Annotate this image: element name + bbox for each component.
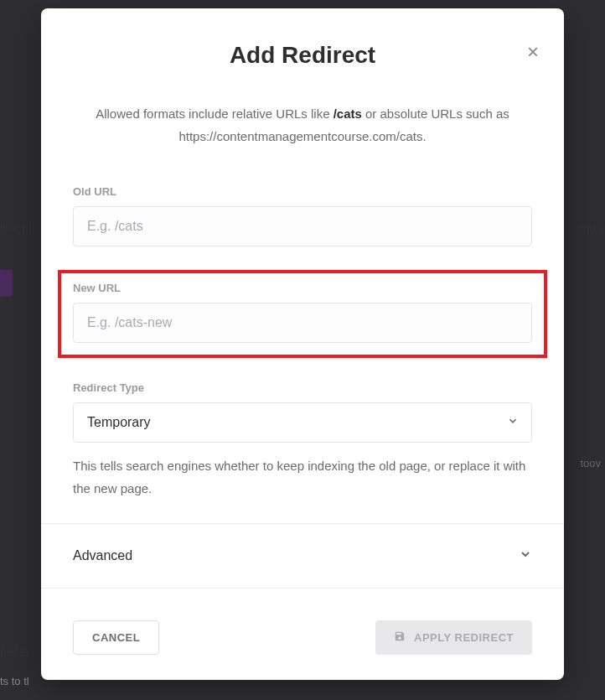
backdrop-text: nents xyxy=(0,646,28,659)
new-url-input[interactable] xyxy=(73,303,532,343)
description-bold: /cats xyxy=(334,106,362,121)
advanced-label: Advanced xyxy=(73,548,132,563)
description-text: Allowed formats include relative URLs li… xyxy=(96,106,333,121)
form-section: Old URL New URL Redirect Type Temporary … xyxy=(41,185,564,500)
chevron-down-icon xyxy=(519,547,532,564)
apply-redirect-button[interactable]: APPLY REDIRECT xyxy=(375,620,532,655)
backdrop-text: ts to tl xyxy=(0,675,29,687)
old-url-label: Old URL xyxy=(73,185,532,198)
redirect-type-select[interactable]: Temporary xyxy=(73,402,532,443)
description-url: https://contentmanagementcourse.com/cats xyxy=(178,129,422,143)
old-url-input[interactable] xyxy=(73,206,532,246)
modal-title: Add Redirect xyxy=(41,42,564,69)
redirect-type-label: Redirect Type xyxy=(73,381,532,394)
description-text: . xyxy=(422,129,426,143)
close-button[interactable]: × xyxy=(527,42,539,62)
backdrop-text: toov xyxy=(580,457,601,469)
old-url-group: Old URL xyxy=(73,185,532,246)
backdrop-text: end v xyxy=(577,222,605,236)
new-url-label: New URL xyxy=(73,282,532,294)
cancel-button[interactable]: CANCEL xyxy=(73,620,159,655)
description-text: or absolute URLs such as xyxy=(362,106,509,121)
save-icon xyxy=(394,630,406,645)
apply-button-label: APPLY REDIRECT xyxy=(414,631,514,644)
modal-description: Allowed formats include relative URLs li… xyxy=(41,102,564,148)
close-icon: × xyxy=(527,40,539,63)
backdrop-element xyxy=(0,270,13,297)
advanced-toggle[interactable]: Advanced xyxy=(41,523,564,588)
backdrop-text: lirect I xyxy=(0,222,31,236)
modal-footer: CANCEL APPLY REDIRECT xyxy=(41,588,564,680)
new-url-group: New URL xyxy=(58,270,547,358)
redirect-type-group: Redirect Type Temporary This tells searc… xyxy=(73,381,532,500)
add-redirect-modal: × Add Redirect Allowed formats include r… xyxy=(41,8,564,680)
redirect-type-help: This tells search engines whether to kee… xyxy=(73,454,532,500)
select-wrapper: Temporary xyxy=(73,402,532,443)
